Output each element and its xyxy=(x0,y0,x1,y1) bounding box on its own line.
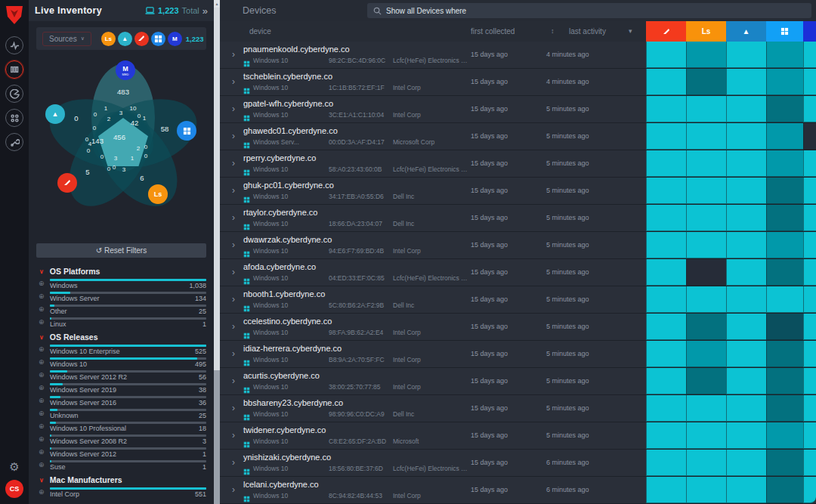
scroll-up-icon[interactable]: ▲ xyxy=(214,0,220,8)
source-status-cell[interactable] xyxy=(766,450,803,476)
device-name[interactable]: dwawrzak.cyberdyne.co xyxy=(243,235,332,244)
m-source-column[interactable] xyxy=(803,21,816,42)
source-status-cell[interactable] xyxy=(766,96,803,122)
source-status-cell[interactable] xyxy=(646,232,686,258)
scrollbar-thumb[interactable] xyxy=(214,8,220,370)
source-status-cell[interactable] xyxy=(686,42,726,68)
source-status-cell[interactable] xyxy=(686,123,726,150)
source-status-cell[interactable] xyxy=(686,450,726,476)
source-status-cell[interactable] xyxy=(766,286,803,313)
source-status-cell[interactable] xyxy=(686,232,726,258)
source-status-cell[interactable] xyxy=(686,259,726,286)
expand-row-icon[interactable]: › xyxy=(232,430,235,441)
device-row[interactable]: ›pnaumenkoold.cyberdyne.coWindows 1098:2… xyxy=(220,42,816,68)
sources-dropdown[interactable]: Sources ∨ xyxy=(42,32,91,46)
expand-row-icon[interactable]: › xyxy=(232,267,235,277)
add-filter-icon[interactable]: ⊕ xyxy=(39,488,45,496)
source-status-cell[interactable] xyxy=(726,286,766,313)
source-status-cell[interactable] xyxy=(646,150,686,177)
source-status-cell[interactable] xyxy=(803,232,816,258)
add-filter-icon[interactable]: ⊕ xyxy=(39,422,45,430)
source-status-cell[interactable] xyxy=(803,395,816,422)
source-status-cell[interactable] xyxy=(726,69,766,95)
expand-row-icon[interactable]: › xyxy=(232,212,235,223)
device-name[interactable]: pnaumenkoold.cyberdyne.co xyxy=(243,45,350,54)
column-last-activity[interactable]: last activity xyxy=(569,27,606,36)
source-status-cell[interactable] xyxy=(686,314,726,340)
device-name[interactable]: acurtis.cyberdyne.co xyxy=(243,371,320,380)
filter-section-title[interactable]: ∨OS Releases xyxy=(29,329,214,343)
add-filter-icon[interactable]: ⊕ xyxy=(39,435,45,443)
expand-row-icon[interactable]: › xyxy=(232,131,235,141)
add-filter-icon[interactable]: ⊕ xyxy=(39,448,45,456)
device-row[interactable]: ›nbooth1.cyberdyne.coWindows 105C:80:B6:… xyxy=(220,286,816,313)
device-name[interactable]: idiaz-herrera.cyberdyne.co xyxy=(243,344,342,353)
filter-section-title[interactable]: ∨Mac Manufacturers xyxy=(29,472,214,486)
source-status-cell[interactable] xyxy=(726,341,766,367)
device-name[interactable]: twidener.cyberdyne.co xyxy=(243,425,326,434)
expand-row-icon[interactable]: › xyxy=(232,158,235,169)
device-row[interactable]: ›rperry.cyberdyne.coWindows 1058:A0:23:4… xyxy=(220,150,816,177)
device-search-input[interactable]: Show all Devices where xyxy=(367,3,811,18)
expand-row-icon[interactable]: › xyxy=(232,49,235,60)
expand-row-icon[interactable]: › xyxy=(232,240,235,250)
source-status-cell[interactable] xyxy=(686,286,726,313)
source-status-cell[interactable] xyxy=(646,341,686,367)
source-status-cell[interactable] xyxy=(766,341,803,367)
pie-icon[interactable] xyxy=(5,85,23,103)
tools-icon[interactable] xyxy=(5,133,23,151)
filter-item[interactable]: ⊕Windows Server 201938 xyxy=(39,382,206,394)
windows-source-icon[interactable] xyxy=(151,32,165,46)
source-status-cell[interactable] xyxy=(766,150,803,177)
filter-item[interactable]: ⊕Unknown25 xyxy=(39,407,206,420)
source-status-cell[interactable] xyxy=(686,96,726,122)
windows-source-icon[interactable] xyxy=(177,121,196,141)
source-status-cell[interactable] xyxy=(686,368,726,394)
device-row[interactable]: ›rtaylor.cyberdyne.coWindows 1018:66:DA:… xyxy=(220,205,816,231)
filter-item[interactable]: ⊕Other25 xyxy=(39,303,206,316)
source-status-cell[interactable] xyxy=(726,259,766,286)
add-filter-icon[interactable]: ⊕ xyxy=(39,410,45,417)
source-status-cell[interactable] xyxy=(803,314,816,340)
ls-source-column[interactable]: Ls xyxy=(686,21,726,42)
source-status-cell[interactable] xyxy=(803,205,816,231)
expand-row-icon[interactable]: › xyxy=(232,294,235,305)
falcon-source-icon[interactable] xyxy=(57,173,77,193)
device-name[interactable]: lcelani.cyberdyne.co xyxy=(243,480,319,489)
source-status-cell[interactable] xyxy=(726,150,766,177)
device-row[interactable]: ›idiaz-herrera.cyberdyne.coWindows 10B8:… xyxy=(220,341,816,367)
source-status-cell[interactable] xyxy=(726,368,766,394)
source-status-cell[interactable] xyxy=(686,205,726,231)
filter-item[interactable]: ⊕Windows 10 Professional18 xyxy=(39,420,206,433)
device-row[interactable]: ›ynishizaki.cyberdyne.coWindows 1018:56:… xyxy=(220,450,816,476)
brand-logo[interactable] xyxy=(5,5,24,26)
source-status-cell[interactable] xyxy=(766,69,803,95)
device-name[interactable]: rtaylor.cyberdyne.co xyxy=(243,208,317,217)
modules-icon[interactable] xyxy=(5,109,23,127)
add-filter-icon[interactable]: ⊕ xyxy=(39,318,45,326)
device-name[interactable]: ghawedc01.cyberdyne.co xyxy=(243,126,338,135)
source-status-cell[interactable] xyxy=(766,314,803,340)
device-name[interactable]: nbooth1.cyberdyne.co xyxy=(243,289,325,298)
add-filter-icon[interactable]: ⊕ xyxy=(39,280,45,287)
source-status-cell[interactable] xyxy=(766,42,803,68)
expand-row-icon[interactable]: › xyxy=(232,104,235,114)
device-row[interactable]: ›twidener.cyberdyne.coWindows 10C8:E2:65… xyxy=(220,422,816,449)
filter-item[interactable]: ⊕Intel Corp551 xyxy=(39,486,206,499)
source-status-cell[interactable] xyxy=(646,259,686,286)
source-status-cell[interactable] xyxy=(803,42,816,68)
source-status-cell[interactable] xyxy=(766,259,803,286)
source-status-cell[interactable] xyxy=(726,42,766,68)
source-status-cell[interactable] xyxy=(726,422,766,449)
source-status-cell[interactable] xyxy=(803,69,816,95)
source-status-cell[interactable] xyxy=(726,205,766,231)
source-status-cell[interactable] xyxy=(726,96,766,122)
m-source-icon[interactable]: M xyxy=(168,32,182,46)
source-status-cell[interactable] xyxy=(646,42,686,68)
filter-item[interactable]: ⊕Windows Server 2012 R256 xyxy=(39,369,206,382)
source-status-cell[interactable] xyxy=(726,450,766,476)
source-status-cell[interactable] xyxy=(766,368,803,394)
source-status-cell[interactable] xyxy=(766,205,803,231)
source-status-cell[interactable] xyxy=(686,341,726,367)
add-filter-icon[interactable]: ⊕ xyxy=(39,371,45,379)
